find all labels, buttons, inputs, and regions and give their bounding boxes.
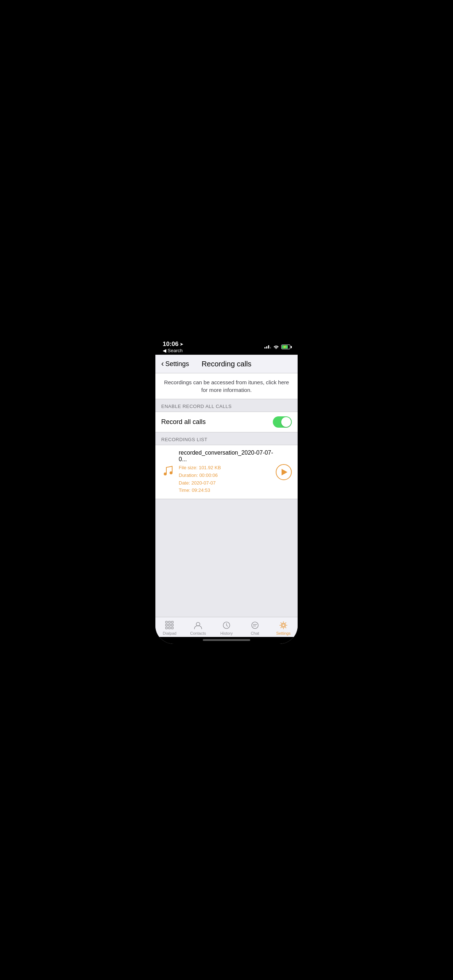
date-value: 2020-07-07: [191, 480, 216, 485]
duration-label: Duration:: [179, 473, 199, 478]
enable-header-text: ENABLE RECORD ALL CALLS: [161, 404, 231, 409]
page-title: Recording calls: [190, 360, 263, 368]
dialpad-icon: [164, 620, 175, 630]
contacts-tab-label: Contacts: [190, 631, 206, 635]
settings-tab-label: Settings: [276, 631, 291, 635]
status-right: ⚡: [265, 344, 290, 350]
status-left: 10:06 ➤ ◀ Search: [163, 340, 183, 353]
file-size-value: 101.92 KB: [199, 465, 221, 470]
toggle-label: Record all calls: [161, 418, 206, 426]
record-all-calls-row: Record all calls: [155, 412, 298, 433]
tab-bar: Dialpad Contacts: [155, 617, 298, 637]
back-label: Settings: [165, 360, 189, 368]
tab-contacts[interactable]: Contacts: [184, 620, 212, 635]
chat-icon: [250, 620, 260, 630]
svg-rect-8: [166, 627, 167, 629]
toggle-knob: [281, 417, 291, 427]
recording-info: recorded_conversation_2020-07-07-0... Fi…: [179, 450, 276, 495]
dialpad-tab-label: Dialpad: [163, 631, 176, 635]
date-row: Date: 2020-07-07: [179, 479, 276, 487]
date-label: Date:: [179, 480, 191, 485]
time-value: 09:24:53: [192, 487, 211, 493]
chat-tab-label: Chat: [250, 631, 259, 635]
enable-section-header: ENABLE RECORD ALL CALLS: [155, 399, 298, 412]
recordings-section-header: RECORDINGS LIST: [155, 433, 298, 445]
svg-point-0: [164, 473, 167, 476]
file-size-label: File size:: [179, 465, 199, 470]
tab-history[interactable]: History: [212, 620, 241, 635]
recording-filename: recorded_conversation_2020-07-07-0...: [179, 450, 276, 463]
svg-rect-7: [171, 624, 173, 626]
play-triangle-icon: [282, 469, 287, 476]
file-size-row: File size: 101.92 KB: [179, 464, 276, 472]
svg-rect-3: [169, 621, 170, 623]
duration-value: 00:00:06: [199, 473, 218, 478]
settings-icon: [278, 620, 289, 630]
nav-header: ‹ Settings Recording calls: [155, 355, 298, 373]
record-all-calls-toggle[interactable]: [273, 416, 292, 428]
home-bar: [203, 639, 250, 641]
home-indicator: [155, 637, 298, 644]
recording-item: recorded_conversation_2020-07-07-0... Fi…: [155, 445, 298, 499]
back-search[interactable]: ◀ Search: [163, 348, 183, 353]
empty-content-area: [155, 499, 298, 617]
time-row: Time: 09:24:53: [179, 487, 276, 495]
recordings-header-text: RECORDINGS LIST: [161, 437, 207, 442]
svg-rect-4: [171, 621, 173, 623]
wifi-icon: [273, 344, 279, 350]
svg-rect-6: [169, 624, 170, 626]
tab-chat[interactable]: Chat: [241, 620, 269, 635]
status-time: 10:06 ➤: [163, 340, 183, 348]
svg-rect-2: [166, 621, 167, 623]
main-content: ‹ Settings Recording calls Recordings ca…: [155, 355, 298, 644]
svg-point-13: [252, 622, 258, 628]
history-icon: [222, 620, 231, 630]
play-button[interactable]: [276, 464, 292, 480]
duration-row: Duration: 00:00:06: [179, 472, 276, 479]
info-banner[interactable]: Recordings can be accessed from itunes, …: [155, 373, 298, 399]
signal-bars: [265, 345, 271, 348]
contacts-icon: [193, 620, 203, 630]
recording-meta: File size: 101.92 KB Duration: 00:00:06 …: [179, 464, 276, 495]
battery-icon: ⚡: [281, 345, 290, 349]
time-label: Time:: [179, 487, 192, 493]
time-display: 10:06: [163, 340, 179, 348]
location-icon: ➤: [180, 342, 183, 347]
back-button[interactable]: ‹ Settings: [161, 359, 190, 369]
svg-point-1: [170, 471, 172, 474]
tab-dialpad[interactable]: Dialpad: [155, 620, 184, 635]
info-text: Recordings can be accessed from itunes, …: [161, 379, 292, 394]
svg-rect-5: [166, 624, 167, 626]
svg-point-16: [282, 624, 285, 627]
history-tab-label: History: [220, 631, 233, 635]
svg-rect-10: [171, 627, 173, 629]
music-note-icon: [161, 464, 174, 480]
tab-settings[interactable]: Settings: [269, 620, 298, 635]
status-bar: 10:06 ➤ ◀ Search: [155, 336, 298, 355]
svg-rect-9: [169, 627, 170, 629]
back-chevron-icon: ‹: [161, 359, 164, 369]
